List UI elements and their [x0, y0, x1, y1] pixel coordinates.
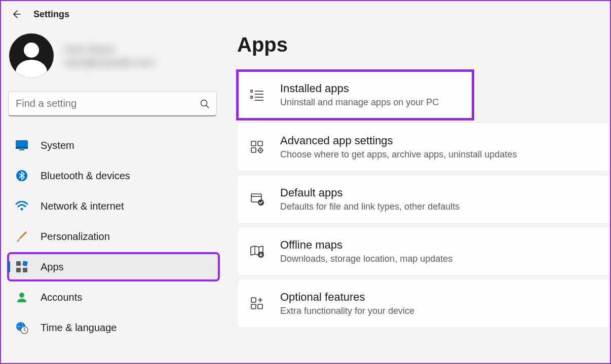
card-desc: Choose where to get apps, archive apps, …	[280, 149, 517, 160]
app-title: Settings	[33, 9, 69, 20]
svg-rect-25	[258, 141, 262, 146]
svg-point-6	[21, 208, 23, 211]
profile-info: User Name user@example.com	[64, 43, 154, 69]
svg-rect-7	[16, 261, 21, 266]
card-title: Installed apps	[280, 82, 439, 95]
bluetooth-icon	[15, 169, 28, 182]
window-check-icon	[250, 192, 265, 207]
grid-plus-icon	[250, 296, 265, 311]
nav-item-time-language[interactable]: Time & language	[8, 314, 219, 341]
svg-rect-40	[251, 304, 256, 309]
card-title: Optional features	[280, 291, 414, 304]
search-icon	[200, 99, 210, 109]
nav-label: Apps	[41, 261, 64, 273]
card-title: Default apps	[280, 186, 460, 199]
clock-globe-icon	[15, 321, 28, 334]
nav-item-apps[interactable]: Apps	[8, 253, 219, 280]
nav-item-system[interactable]: System	[8, 132, 219, 159]
card-optional-features[interactable]: Optional features Extra functionality fo…	[237, 279, 610, 328]
nav-label: Time & language	[41, 322, 117, 334]
card-desc: Uninstall and manage apps on your PC	[280, 97, 439, 108]
titlebar: Settings	[1, 1, 610, 24]
card-default-apps[interactable]: Default apps Defaults for file and link …	[237, 175, 610, 224]
nav-item-network[interactable]: Network & internet	[8, 192, 219, 220]
list-icon	[250, 88, 265, 103]
svg-rect-41	[258, 304, 262, 309]
avatar	[9, 33, 54, 78]
map-download-icon	[250, 244, 265, 259]
paintbrush-icon	[15, 230, 28, 243]
nav-label: Accounts	[41, 292, 82, 303]
main-content: Apps Installed apps Uninstall and manage…	[224, 24, 610, 361]
nav-item-bluetooth[interactable]: Bluetooth & devices	[8, 162, 219, 189]
nav-label: Bluetooth & devices	[41, 170, 130, 182]
nav-item-personalization[interactable]: Personalization	[8, 223, 219, 250]
system-icon	[15, 139, 28, 152]
card-desc: Downloads, storage location, map updates	[280, 254, 452, 264]
nav-label: System	[41, 140, 74, 151]
svg-rect-24	[251, 141, 256, 146]
search-wrap	[8, 91, 217, 116]
grid-gear-icon	[250, 140, 265, 155]
nav: System Bluetooth & devices Network & int…	[8, 132, 219, 344]
card-advanced-app-settings[interactable]: Advanced app settings Choose where to ge…	[237, 123, 610, 172]
card-offline-maps[interactable]: Offline maps Downloads, storage location…	[237, 227, 610, 276]
svg-rect-39	[251, 298, 256, 302]
card-installed-apps[interactable]: Installed apps Uninstall and manage apps…	[237, 70, 473, 119]
person-icon	[15, 291, 28, 304]
nav-label: Personalization	[41, 231, 110, 242]
svg-point-28	[260, 149, 261, 151]
profile-section[interactable]: User Name user@example.com	[8, 31, 219, 91]
svg-rect-26	[251, 148, 256, 152]
cards-list: Installed apps Uninstall and manage apps…	[237, 70, 610, 328]
svg-line-1	[206, 105, 209, 108]
svg-rect-8	[22, 261, 28, 266]
wifi-icon	[15, 199, 28, 213]
sidebar: User Name user@example.com System	[1, 24, 224, 361]
nav-item-accounts[interactable]: Accounts	[8, 284, 219, 311]
svg-rect-9	[16, 268, 21, 272]
nav-label: Network & internet	[41, 200, 124, 212]
page-title: Apps	[237, 33, 610, 56]
card-title: Advanced app settings	[280, 134, 517, 147]
apps-icon	[15, 260, 28, 273]
card-desc: Defaults for file and link types, other …	[280, 201, 460, 212]
svg-rect-3	[16, 147, 28, 149]
svg-point-11	[19, 293, 24, 298]
svg-rect-10	[23, 268, 27, 272]
arrow-left-icon	[11, 9, 21, 19]
svg-rect-4	[19, 149, 24, 150]
card-desc: Extra functionality for your device	[280, 306, 414, 316]
back-button[interactable]	[10, 8, 22, 20]
svg-rect-19	[250, 96, 252, 98]
card-title: Offline maps	[280, 238, 452, 252]
search-input[interactable]	[8, 91, 217, 116]
svg-rect-18	[250, 90, 252, 92]
